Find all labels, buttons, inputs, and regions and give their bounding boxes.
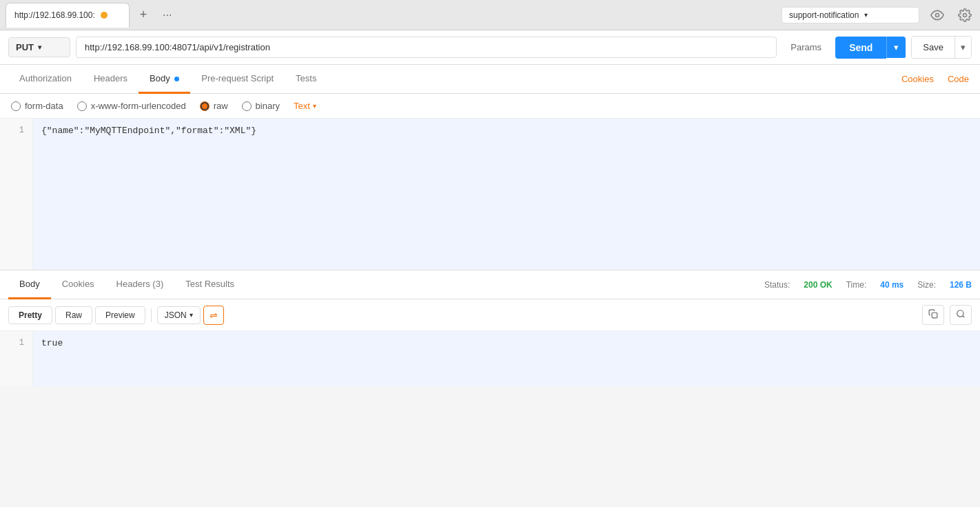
- gear-icon-button[interactable]: [955, 6, 974, 25]
- chevron-down-icon: ▾: [864, 11, 868, 19]
- form-data-option[interactable]: form-data: [11, 101, 63, 111]
- browser-tab-bar: http://192.168.99.100: + ··· support-not…: [0, 0, 980, 30]
- response-format-bar: Pretty Raw Preview JSON ▾ ⇌: [0, 299, 980, 331]
- request-tab-links: Cookies Code: [899, 66, 972, 92]
- time-label: Time:: [846, 280, 867, 290]
- text-type-dropdown[interactable]: Text ▾: [294, 101, 316, 111]
- preview-button[interactable]: Preview: [95, 306, 145, 324]
- url-input[interactable]: [76, 37, 777, 58]
- size-label: Size:: [917, 280, 936, 290]
- resp-tab-test-results[interactable]: Test Results: [174, 270, 245, 299]
- method-label: PUT: [16, 42, 34, 52]
- response-status-bar: Status: 200 OK Time: 40 ms Size: 126 B: [764, 280, 972, 290]
- send-chevron-icon: ▾: [894, 42, 899, 52]
- tab-tests[interactable]: Tests: [285, 65, 327, 94]
- method-selector[interactable]: PUT ▾: [8, 37, 70, 57]
- raw-button[interactable]: Raw: [55, 306, 92, 324]
- tab-status-dot: [101, 12, 108, 19]
- urlencoded-option[interactable]: x-www-form-urlencoded: [77, 101, 186, 111]
- svg-point-1: [963, 13, 967, 17]
- code-link[interactable]: Code: [945, 66, 972, 92]
- json-format-selector[interactable]: JSON ▾: [157, 306, 201, 324]
- tab-label: http://192.168.99.100:: [14, 10, 95, 20]
- send-dropdown-button[interactable]: ▾: [886, 37, 906, 58]
- more-icon: ···: [163, 9, 172, 21]
- body-options: form-data x-www-form-urlencoded raw bina…: [0, 94, 980, 119]
- save-dropdown-button[interactable]: ▾: [955, 37, 971, 58]
- wrap-button[interactable]: ⇌: [203, 306, 224, 325]
- svg-point-3: [957, 310, 963, 317]
- copy-button[interactable]: [922, 305, 944, 325]
- response-body-editor: 1 true: [0, 331, 980, 386]
- add-icon: +: [140, 8, 147, 22]
- body-tab-dot: [174, 77, 179, 81]
- status-label: Status:: [764, 280, 790, 290]
- request-tabs: Authorization Headers Body Pre-request S…: [0, 65, 980, 94]
- resp-tab-body[interactable]: Body: [8, 270, 51, 299]
- save-chevron-icon: ▾: [961, 42, 966, 52]
- add-tab-button[interactable]: +: [132, 4, 154, 26]
- response-section: Body Cookies Headers (3) Test Results St…: [0, 270, 980, 386]
- size-value: 126 B: [950, 280, 972, 290]
- resp-tab-headers[interactable]: Headers (3): [105, 270, 175, 299]
- tab-pre-request-script[interactable]: Pre-request Script: [190, 65, 285, 94]
- more-tabs-button[interactable]: ···: [157, 6, 177, 24]
- response-tools: [922, 305, 972, 325]
- time-value: 40 ms: [880, 280, 904, 290]
- send-button[interactable]: Send: [835, 37, 886, 59]
- svg-line-4: [963, 316, 965, 318]
- eye-icon-button[interactable]: [928, 6, 947, 25]
- tab-headers[interactable]: Headers: [83, 65, 139, 94]
- raw-option[interactable]: raw: [200, 101, 228, 111]
- save-button-group: Save ▾: [911, 36, 972, 59]
- svg-point-0: [936, 13, 939, 17]
- request-body-code[interactable]: {"name":"MyMQTTEndpoint","format":"XML"}: [33, 119, 980, 270]
- text-dropdown-chevron-icon: ▾: [313, 102, 316, 110]
- line-numbers: 1: [0, 119, 33, 270]
- format-separator: [151, 308, 152, 322]
- params-button[interactable]: Params: [782, 38, 830, 57]
- binary-option[interactable]: binary: [242, 101, 280, 111]
- svg-rect-2: [932, 312, 937, 318]
- request-body-editor: 1 {"name":"MyMQTTEndpoint","format":"XML…: [0, 119, 980, 270]
- tab-body[interactable]: Body: [139, 65, 190, 94]
- pretty-button[interactable]: Pretty: [8, 306, 52, 324]
- resp-line-numbers: 1: [0, 331, 33, 386]
- status-value: 200 OK: [804, 280, 832, 290]
- active-tab[interactable]: http://192.168.99.100:: [6, 3, 130, 28]
- json-chevron-icon: ▾: [190, 311, 193, 319]
- search-button[interactable]: [950, 305, 972, 325]
- collection-selector[interactable]: support-notification ▾: [782, 7, 919, 23]
- cookies-link[interactable]: Cookies: [899, 66, 937, 92]
- send-button-group: Send ▾: [835, 37, 906, 59]
- collection-name: support-notification: [789, 10, 859, 20]
- save-button[interactable]: Save: [912, 37, 955, 58]
- tab-authorization[interactable]: Authorization: [8, 65, 83, 94]
- wrap-icon: ⇌: [210, 310, 218, 321]
- response-tabs-bar: Body Cookies Headers (3) Test Results St…: [0, 270, 980, 299]
- resp-tab-cookies[interactable]: Cookies: [51, 270, 105, 299]
- method-chevron-icon: ▾: [38, 43, 41, 51]
- url-bar: PUT ▾ Params Send ▾ Save ▾: [0, 30, 980, 65]
- tab-bar-right: support-notification ▾: [782, 6, 974, 25]
- response-body-code[interactable]: true: [33, 331, 980, 386]
